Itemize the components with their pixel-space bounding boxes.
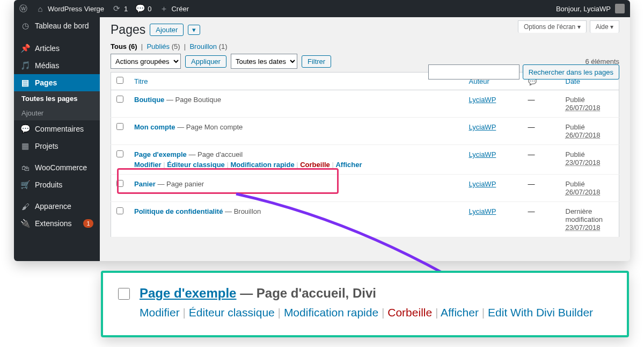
plus-icon: ＋ <box>159 4 169 13</box>
media-icon: 🎵 <box>20 61 30 70</box>
zoom-action-divi[interactable]: Edit With Divi Builder <box>488 306 593 319</box>
projects-icon: ▦ <box>20 141 30 151</box>
row-checkbox[interactable] <box>116 207 123 214</box>
row-checkbox[interactable] <box>116 123 123 130</box>
row-title-link[interactable]: Boutique <box>134 96 164 104</box>
table-row: Mon compte — Page Mon compte LyciaWP — P… <box>111 118 619 145</box>
row-comments: — <box>523 145 560 175</box>
zoom-title: Page d'exemple — Page d'accueil, Divi <box>140 286 593 301</box>
apply-button[interactable]: Appliquer <box>185 55 226 68</box>
row-date: Publié26/07/2018 <box>560 118 619 145</box>
row-title-link[interactable]: Politique de confidentialité <box>134 207 223 215</box>
menu-projects[interactable]: ▦Projets <box>14 138 100 155</box>
menu-posts[interactable]: 📌Articles <box>14 40 100 57</box>
action-view[interactable]: Afficher <box>335 161 362 169</box>
pages-table: Titre Auteur 💬 Date Boutique — Page Bout… <box>111 72 619 237</box>
status-filter: Tous (6) | Publiés (5) | Brouillon (1) <box>111 42 619 50</box>
wp-logo[interactable]: ⓦ <box>18 4 28 13</box>
menu-pages[interactable]: ▤Pages <box>14 74 100 91</box>
zoom-checkbox[interactable] <box>118 288 130 300</box>
row-checkbox[interactable] <box>116 96 123 103</box>
menu-dashboard[interactable]: ◷Tableau de bord <box>14 17 100 34</box>
pin-icon: 📌 <box>20 44 30 53</box>
admin-panel: ⓦ ⌂WordPress Vierge ⟳1 💬0 ＋Créer Bonjour… <box>14 0 630 261</box>
table-row: Boutique — Page Boutique LyciaWP — Publi… <box>111 90 619 118</box>
site-link[interactable]: ⌂WordPress Vierge <box>35 4 104 13</box>
brush-icon: 🖌 <box>20 201 30 211</box>
filter-published[interactable]: Publiés (5) <box>147 42 180 50</box>
table-row: Panier — Page panier LyciaWP — Publié26/… <box>111 175 619 202</box>
bulk-actions-select[interactable]: Actions groupées <box>111 54 181 69</box>
help-tab[interactable]: Aide ▾ <box>590 20 619 33</box>
admin-topbar: ⓦ ⌂WordPress Vierge ⟳1 💬0 ＋Créer Bonjour… <box>14 0 630 17</box>
row-date: Publié23/07/2018 <box>560 145 619 175</box>
dashboard-icon: ◷ <box>20 21 30 31</box>
row-author[interactable]: LyciaWP <box>469 180 496 188</box>
filter-button[interactable]: Filtrer <box>302 55 331 68</box>
row-checkbox[interactable] <box>116 180 123 187</box>
menu-appearance[interactable]: 🖌Apparence <box>14 198 100 215</box>
search-input[interactable] <box>428 64 519 79</box>
menu-media[interactable]: 🎵Médias <box>14 57 100 74</box>
page-icon: ▤ <box>20 78 30 88</box>
table-row: Politique de confidentialité — Brouillon… <box>111 202 619 237</box>
greeting[interactable]: Bonjour, LyciaWP <box>556 5 611 13</box>
zoom-action-trash[interactable]: Corbeille <box>387 306 432 319</box>
action-quick[interactable]: Modification rapide <box>230 161 294 169</box>
home-icon: ⌂ <box>35 4 45 13</box>
menu-products[interactable]: 🛒Produits <box>14 176 100 193</box>
submenu-add-page[interactable]: Ajouter <box>14 106 100 120</box>
select-all-checkbox[interactable] <box>116 77 123 84</box>
action-edit[interactable]: Modifier <box>134 161 162 169</box>
row-author[interactable]: LyciaWP <box>469 96 496 104</box>
row-author[interactable]: LyciaWP <box>469 123 496 131</box>
menu-comments[interactable]: 💬Commentaires <box>14 120 100 138</box>
comments-link[interactable]: 💬0 <box>135 4 151 13</box>
menu-pages-sub: Toutes les pages Ajouter <box>14 91 100 120</box>
search-button[interactable]: Rechercher dans les pages <box>523 64 619 79</box>
page-title: Pages <box>111 23 145 37</box>
content-area: Options de l'écran ▾ Aide ▾ Pages Ajoute… <box>100 17 630 261</box>
menu-extensions[interactable]: 🔌Extensions 1 <box>14 215 100 232</box>
filter-draft[interactable]: Brouillon (1) <box>189 42 227 50</box>
row-comments: — <box>523 118 560 145</box>
row-date: Publié26/07/2018 <box>560 90 619 118</box>
admin-sidebar: ◷Tableau de bord 📌Articles 🎵Médias ▤Page… <box>14 17 100 261</box>
row-author[interactable]: LyciaWP <box>469 150 496 158</box>
comment-icon: 💬 <box>135 4 145 13</box>
create-link[interactable]: ＋Créer <box>159 4 189 13</box>
row-checkbox[interactable] <box>116 150 123 157</box>
wordpress-icon: ⓦ <box>18 4 28 13</box>
row-title-link[interactable]: Mon compte <box>134 123 175 131</box>
avatar[interactable] <box>615 4 625 13</box>
zoom-action-edit[interactable]: Modifier <box>140 306 180 319</box>
action-classic[interactable]: Éditeur classique <box>167 161 225 169</box>
row-title-link[interactable]: Panier <box>134 180 156 188</box>
row-title-link[interactable]: Page d'exemple <box>134 150 187 158</box>
action-trash[interactable]: Corbeille <box>300 161 330 169</box>
zoom-action-quick[interactable]: Modification rapide <box>284 306 378 319</box>
table-row: Page d'exemple — Page d'accueil Modifier… <box>111 145 619 175</box>
filter-all[interactable]: Tous (6) <box>111 42 137 50</box>
zoom-action-view[interactable]: Afficher <box>441 306 479 319</box>
menu-woocommerce[interactable]: 🛍WooCommerce <box>14 159 100 176</box>
products-icon: 🛒 <box>20 180 30 190</box>
col-title[interactable]: Titre <box>129 73 464 90</box>
row-date: Dernière modification23/07/2018 <box>560 202 619 237</box>
plugin-icon: 🔌 <box>20 219 30 228</box>
date-filter-select[interactable]: Toutes les dates <box>231 54 297 69</box>
refresh-icon: ⟳ <box>112 4 121 13</box>
add-new-dropdown[interactable]: ▾ <box>188 25 200 35</box>
comment-icon: 💬 <box>20 124 30 134</box>
row-author[interactable]: LyciaWP <box>469 207 496 215</box>
zoom-panel: Page d'exemple — Page d'accueil, Divi Mo… <box>101 271 629 337</box>
zoom-action-classic[interactable]: Éditeur classique <box>189 306 275 319</box>
row-actions: Modifier | Éditeur classique | Modificat… <box>134 161 458 169</box>
ext-badge: 1 <box>83 219 93 228</box>
screen-options-tab[interactable]: Options de l'écran ▾ <box>518 20 587 33</box>
zoom-title-link[interactable]: Page d'exemple <box>140 286 236 300</box>
submenu-all-pages[interactable]: Toutes les pages <box>14 91 100 106</box>
updates-link[interactable]: ⟳1 <box>112 4 128 13</box>
add-new-button[interactable]: Ajouter <box>150 24 184 36</box>
row-comments: — <box>523 90 560 118</box>
